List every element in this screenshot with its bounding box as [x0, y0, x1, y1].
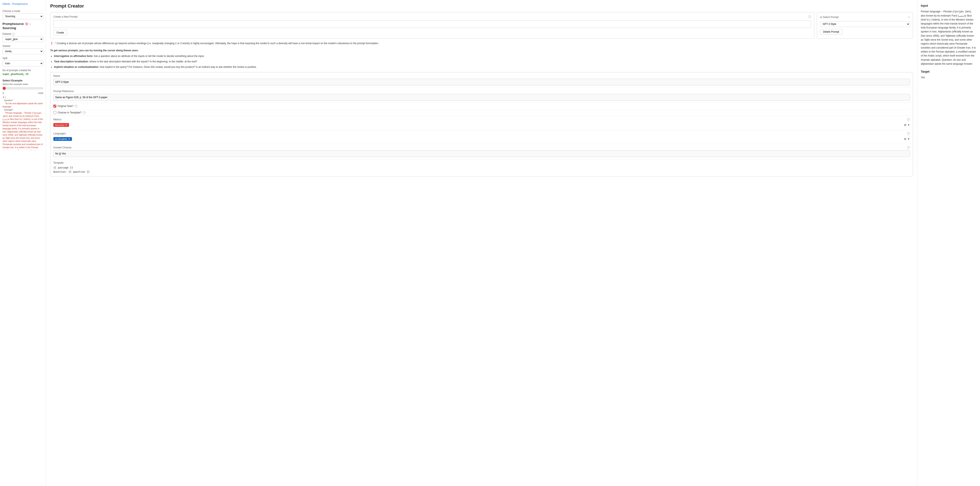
- select-example-sub: Select the example index: [3, 83, 43, 85]
- split-select[interactable]: train: [3, 61, 43, 66]
- prompts-count-label: No of prompts created for: [3, 69, 43, 72]
- input-content: Persian language -- Persian (/ˈpɜːrʒən, …: [921, 10, 977, 66]
- create-prompt-button[interactable]: Create: [53, 30, 67, 35]
- language-tag-close[interactable]: ✕: [68, 137, 70, 140]
- axes-intro: To get various prompts, you can try movi…: [50, 49, 138, 52]
- dataset-select[interactable]: super_glue: [3, 36, 43, 42]
- choices-in-template-checkbox[interactable]: [53, 111, 56, 114]
- app-subtitle: Sourcing: [3, 26, 16, 30]
- metrics-info-icon[interactable]: ?: [907, 118, 910, 121]
- select-example-title: Select Example: [3, 79, 43, 82]
- example-index-slider[interactable]: [3, 87, 43, 90]
- warning-icon: ❗: [50, 42, 53, 45]
- axis-2: Task description localization: where is …: [54, 59, 913, 64]
- answer-choices-info-icon[interactable]: ?: [907, 146, 910, 149]
- languages-info-icon[interactable]: ?: [907, 132, 910, 135]
- github-link[interactable]: Github - Promptsource: [3, 3, 43, 5]
- accuracy-tag-close[interactable]: ✕: [65, 123, 67, 126]
- accuracy-tag: Accuracy ✕: [53, 123, 69, 127]
- metrics-label: Metrics: [53, 118, 62, 121]
- prompt-ref-label: Prompt Reference: [53, 90, 74, 93]
- target-value: Yes: [921, 76, 977, 80]
- subset-select[interactable]: boolq: [3, 48, 43, 54]
- template-line2: Question: {{ question }}: [53, 170, 910, 174]
- languages-gear-button[interactable]: ⚙: [904, 137, 907, 141]
- language-tag: en (English) ✕: [53, 137, 72, 141]
- json-question-key: "question": [4, 99, 13, 102]
- app-emoji: 🌸 -: [25, 22, 30, 25]
- subset-label: Subset: [3, 45, 43, 48]
- delete-prompt-button[interactable]: Delete Prompt: [820, 29, 842, 35]
- new-prompt-input[interactable]: [53, 20, 811, 28]
- create-prompt-label: Create a New Prompt: [53, 15, 77, 18]
- metrics-gear-button[interactable]: ⚙: [904, 123, 907, 127]
- languages-chevron-icon[interactable]: ▼: [907, 137, 910, 140]
- json-question-val: "do iran and afghanistan speak the same …: [3, 102, 43, 108]
- prompt-ref-input[interactable]: [53, 94, 910, 101]
- axis-3: Implicit situation or contextualization:…: [54, 65, 913, 69]
- choices-in-template-label: Choices in Template?: [57, 111, 81, 114]
- mode-select[interactable]: Sourcing: [3, 13, 43, 19]
- template-label: Template: [53, 161, 64, 164]
- name-label: Name: [53, 75, 60, 77]
- app-title: Promptsource 🌸 - Sourcing: [3, 22, 43, 30]
- slider-min-label: 0: [3, 92, 4, 94]
- original-task-label: Original Task?: [57, 105, 73, 108]
- slider-max-label: 9426: [38, 92, 43, 94]
- json-passage-key: "passage": [4, 108, 13, 111]
- page-title: Prompt Creator: [50, 3, 913, 9]
- answer-choices-label: Answer Choices: [53, 146, 72, 149]
- question-icon: ?: [54, 42, 56, 45]
- input-section-title: Input: [921, 3, 977, 8]
- minus-button[interactable]: −: [908, 15, 910, 19]
- answer-choices-input[interactable]: [53, 150, 910, 157]
- template-line1: {{ passage }}: [53, 166, 910, 170]
- original-task-info-icon[interactable]: ?: [75, 105, 78, 108]
- select-prompt-label: or Select Prompt: [820, 16, 838, 19]
- select-prompt-dropdown[interactable]: GPT-3 Style: [820, 21, 910, 27]
- languages-label: Languages: [53, 132, 66, 135]
- dataset-label: Dataset: [3, 32, 11, 35]
- metrics-chevron-icon[interactable]: ▼: [907, 123, 910, 126]
- target-section-title: Target: [921, 69, 977, 74]
- original-task-checkbox[interactable]: [53, 105, 56, 108]
- name-input[interactable]: [53, 79, 910, 85]
- axis-1: Interrogative vs affirmative form: Ask a…: [54, 54, 913, 58]
- accuracy-tag-label: Accuracy: [55, 124, 64, 126]
- dataset-info-icon[interactable]: i: [12, 33, 15, 36]
- info-notice-text: Creating a diverse set of prompts whose …: [56, 42, 379, 45]
- json-passage-val: "Persian language -- Persian (/ˈpɜːrʒən,…: [3, 112, 43, 150]
- choices-info-icon[interactable]: ?: [83, 111, 86, 114]
- prompts-count-badge: super_glue/boolq : 10: [3, 73, 43, 76]
- mode-label: Choose a mode: [3, 10, 43, 13]
- language-tag-label: en (English): [55, 138, 67, 140]
- split-label: Split: [3, 57, 43, 60]
- create-prompt-info-icon[interactable]: ?: [808, 15, 811, 18]
- app-title-text: Promptsource: [3, 22, 24, 25]
